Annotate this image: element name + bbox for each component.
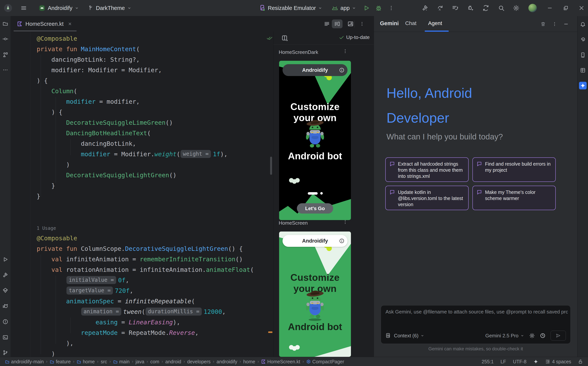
- breadcrumb-item[interactable]: main: [113, 359, 130, 365]
- code-line[interactable]: @Composable: [37, 33, 254, 44]
- build-button[interactable]: [421, 4, 429, 12]
- device-selector[interactable]: Resizable Emulator: [260, 0, 322, 16]
- code-editor[interactable]: @Composableprivate fun MainHomeContent( …: [10, 32, 273, 357]
- apply-changes-button[interactable]: A: [436, 4, 444, 12]
- code-line[interactable]: val infiniteAnimation = rememberInfinite…: [37, 254, 254, 265]
- view-split-button[interactable]: [332, 19, 343, 28]
- search-everywhere-button[interactable]: [497, 4, 505, 12]
- run-config-selector[interactable]: app: [332, 0, 356, 16]
- code-line[interactable]: ): [37, 349, 254, 357]
- build-tool-button[interactable]: [1, 271, 9, 279]
- code-line[interactable]: ): [37, 160, 254, 170]
- gemini-settings-icon[interactable]: [529, 333, 535, 338]
- resource-manager-tool-button[interactable]: [1, 51, 9, 58]
- compose-preview-homescreendark[interactable]: AndroidifyCustomizeyour own Android botL…: [279, 61, 351, 220]
- editor-scrollbar[interactable]: [270, 157, 272, 175]
- code-line[interactable]: easing = LinearEasing),: [37, 317, 254, 328]
- breadcrumb-item[interactable]: java: [136, 359, 144, 365]
- breadcrumb-item[interactable]: com: [150, 359, 159, 365]
- gemini-tab-chat[interactable]: Chat: [405, 20, 416, 26]
- run-button[interactable]: [363, 4, 370, 12]
- info-icon[interactable]: [339, 68, 344, 73]
- compose-preview-homescreen[interactable]: AndroidifyCustomizeyour own Android bot: [279, 231, 351, 357]
- info-icon[interactable]: [339, 238, 344, 244]
- breadcrumb-item[interactable]: CompactPager: [306, 359, 344, 365]
- code-line[interactable]: val rotationAnimation = infiniteAnimatio…: [37, 265, 254, 275]
- code-line[interactable]: @Composable: [37, 233, 254, 244]
- code-line[interactable]: 1 Usage: [37, 222, 254, 233]
- terminal-tool-button[interactable]: [1, 334, 9, 341]
- running-devices-tool-button[interactable]: [579, 51, 587, 59]
- more-tools-tool-button[interactable]: [1, 66, 9, 74]
- code-line[interactable]: ) {: [37, 76, 254, 86]
- code-line[interactable]: [37, 202, 254, 212]
- preview-layout-button[interactable]: [281, 34, 289, 42]
- hide-panel-button[interactable]: [562, 20, 570, 28]
- problems-tool-button[interactable]: [1, 318, 9, 326]
- code-line[interactable]: targetValue =720f,: [37, 286, 254, 296]
- debug-button[interactable]: [375, 4, 382, 12]
- code-line[interactable]: DancingBotHeadlineText(: [37, 128, 254, 138]
- line-ending[interactable]: LF: [501, 359, 506, 365]
- indent-setting[interactable]: 4 spaces: [545, 359, 571, 365]
- gemini-options-button[interactable]: [551, 20, 558, 28]
- gemini-tab-agent[interactable]: Agent: [428, 20, 442, 26]
- suggestion-card[interactable]: Find and resolve build errors in my proj…: [473, 157, 556, 182]
- suggestion-card[interactable]: Make my Theme's color scheme warmer: [473, 186, 556, 210]
- gradle-tool-button[interactable]: [579, 36, 587, 44]
- preview-name[interactable]: HomeScreen: [279, 220, 308, 226]
- editor-stripe-mark[interactable]: [268, 331, 272, 333]
- breadcrumb-item[interactable]: src: [101, 359, 107, 365]
- history-icon[interactable]: [540, 333, 546, 338]
- gemini-spark-icon[interactable]: [533, 359, 538, 364]
- code-line[interactable]: }: [37, 181, 254, 191]
- code-line[interactable]: private fun MainHomeContent(: [37, 44, 254, 54]
- run-tool-button[interactable]: [1, 256, 9, 263]
- commit-tool-button[interactable]: [1, 35, 9, 43]
- project-selector[interactable]: Androidify: [38, 0, 79, 16]
- code-line[interactable]: Column(: [37, 86, 254, 97]
- clear-chat-button[interactable]: [539, 20, 547, 28]
- breadcrumb-item[interactable]: developers: [187, 359, 211, 365]
- gradle-sync-button[interactable]: [482, 4, 490, 12]
- preview-options-button[interactable]: [342, 48, 349, 55]
- code-content[interactable]: @Composableprivate fun MainHomeContent( …: [37, 33, 254, 357]
- window-close-button[interactable]: [577, 4, 586, 12]
- apply-code-changes-button[interactable]: [451, 4, 459, 12]
- code-line[interactable]: ) {: [37, 107, 254, 117]
- window-minimize-button[interactable]: [546, 4, 554, 12]
- code-line[interactable]: animationSpec = infiniteRepeatable(: [37, 296, 254, 307]
- logcat-tool-button[interactable]: [1, 302, 9, 310]
- breadcrumb-item[interactable]: feature: [50, 359, 71, 365]
- code-line[interactable]: [37, 212, 254, 222]
- tab-homescreen-kt[interactable]: HomeScreen.kt: [14, 16, 76, 32]
- breadcrumb-item[interactable]: android: [165, 359, 181, 365]
- breadcrumb-item[interactable]: androidify-main: [5, 359, 44, 365]
- attach-debugger-button[interactable]: [467, 4, 475, 12]
- build-variants-tool-button[interactable]: [1, 287, 9, 294]
- lets-go-button[interactable]: Let's Go: [297, 203, 333, 214]
- main-menu-button[interactable]: [20, 5, 27, 11]
- breadcrumb-item[interactable]: home: [243, 359, 255, 365]
- more-run-options-button[interactable]: [387, 4, 395, 12]
- code-line[interactable]: ),: [37, 338, 254, 349]
- suggestion-card[interactable]: Update kotlin in @libs.version.toml to t…: [385, 186, 469, 210]
- unlock-icon[interactable]: [578, 359, 583, 364]
- caret-position[interactable]: 255:1: [481, 359, 494, 365]
- model-selector[interactable]: Gemini 2.5 Pro: [485, 333, 524, 339]
- gemini-prompt-input[interactable]: Ask Gemini, use @filename to attach sour…: [381, 305, 571, 344]
- send-button[interactable]: [550, 331, 566, 341]
- code-line[interactable]: initialValue =0f,: [37, 275, 254, 286]
- preview-name[interactable]: HomeScreenDark: [279, 49, 318, 55]
- settings-button[interactable]: [512, 4, 520, 12]
- close-tab-icon[interactable]: [68, 22, 72, 26]
- gemini-tool-button[interactable]: [579, 82, 587, 89]
- breadcrumb-item[interactable]: HomeScreen.kt: [261, 359, 300, 365]
- breadcrumb-item[interactable]: androidify: [217, 359, 237, 365]
- code-line[interactable]: repeatMode = RepeatMode.Reverse,: [37, 328, 254, 338]
- preview-options-button[interactable]: [342, 219, 349, 225]
- code-line[interactable]: modifier = Modifier.weight(weight =1f),: [37, 149, 254, 160]
- notifications-tool-button[interactable]: [579, 21, 587, 28]
- window-maximize-button[interactable]: [562, 4, 570, 12]
- code-line[interactable]: private fun ColumnScope.DecorativeSquigg…: [37, 244, 254, 254]
